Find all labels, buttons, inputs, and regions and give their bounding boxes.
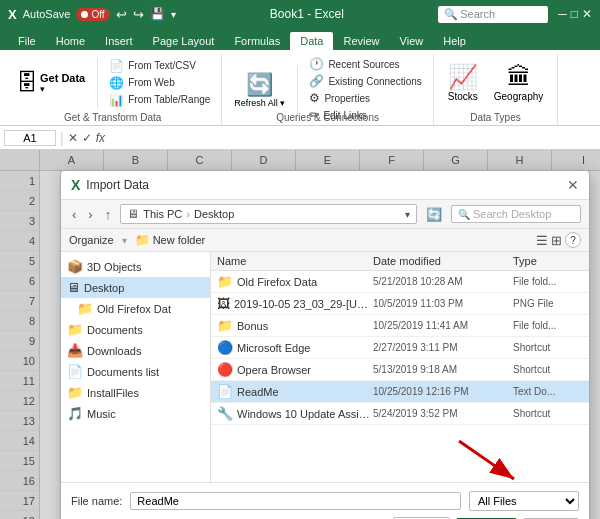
filename-input[interactable]: [130, 492, 461, 510]
new-folder-button[interactable]: 📁 New folder: [135, 233, 206, 247]
bonus-type: File fold...: [513, 320, 583, 331]
up-button[interactable]: ↑: [102, 206, 115, 223]
toggle-dot: [81, 11, 88, 18]
ribbon: 🗄 Get Data ▾ 📄 From Text/CSV 🌐 From Web: [0, 50, 600, 126]
get-data-button[interactable]: 🗄 Get Data ▾: [12, 68, 89, 98]
refresh-icon: 🔄: [246, 72, 273, 98]
geography-button[interactable]: 🏛 Geography: [488, 61, 549, 104]
dialog-bottom: File name: All Files Text Files CSV File…: [61, 482, 589, 519]
file-row-opera[interactable]: 🔴 Opera Browser 5/13/2019 9:18 AM Shortc…: [211, 359, 589, 381]
undo-icon[interactable]: ↩: [116, 7, 127, 22]
cancel-formula-icon[interactable]: ✕: [68, 131, 78, 145]
opera-name: Opera Browser: [237, 364, 373, 376]
tree-item-music-label: Music: [87, 408, 116, 420]
file-row-pdf[interactable]: 🖼 2019-10-05 23_03_29-[Untitled].pdf7.pd…: [211, 293, 589, 315]
dialog-overlay: X Import Data ✕ ‹ › ↑ 🖥 This PC › Deskto…: [0, 150, 600, 519]
col-date-header[interactable]: Date modified: [373, 255, 513, 267]
tree-item-desktop[interactable]: 🖥 Desktop: [61, 277, 210, 298]
stocks-label: Stocks: [448, 91, 478, 102]
formula-icons: ✕ ✓ fx: [68, 131, 105, 145]
spreadsheet: A B C D E F G H I J K 1 2 3 4 5 6 7 8 9 …: [0, 150, 600, 519]
table-icon: 📊: [109, 93, 124, 107]
tree-item-installfiles[interactable]: 📁 InstallFiles: [61, 382, 210, 403]
existing-connections-button[interactable]: 🔗 Existing Connections: [306, 73, 424, 89]
tab-view[interactable]: View: [390, 32, 434, 50]
tree-item-documents[interactable]: 📁 Documents: [61, 319, 210, 340]
music-icon: 🎵: [67, 406, 83, 421]
refresh-location-button[interactable]: 🔄: [423, 206, 445, 223]
tree-item-documents-list[interactable]: 📄 Documents list: [61, 361, 210, 382]
get-data-label: Get Data: [40, 72, 85, 84]
col-name-header[interactable]: Name: [217, 255, 373, 267]
tab-formulas[interactable]: Formulas: [224, 32, 290, 50]
customize-icon[interactable]: ▾: [171, 9, 176, 20]
help-button[interactable]: ?: [565, 232, 581, 248]
opera-icon: 🔴: [217, 362, 233, 377]
formula-separator: |: [60, 130, 64, 146]
filetype-select[interactable]: All Files Text Files CSV Files: [469, 491, 579, 511]
minimize-icon[interactable]: ─: [558, 7, 567, 21]
close-icon[interactable]: ✕: [582, 7, 592, 21]
downloads-icon: 📥: [67, 343, 83, 358]
save-icon[interactable]: 💾: [150, 7, 165, 21]
filename-label: File name:: [71, 495, 122, 507]
stocks-icon: 📈: [448, 63, 478, 91]
file-row-readme[interactable]: 📄 ReadMe 10/25/2019 12:16 PM Text Do...: [211, 381, 589, 403]
tab-review[interactable]: Review: [333, 32, 389, 50]
cell-reference[interactable]: [4, 130, 56, 146]
redo-icon[interactable]: ↪: [133, 7, 144, 22]
readme-date: 10/25/2019 12:16 PM: [373, 386, 513, 397]
autosave-toggle[interactable]: Off: [76, 8, 109, 21]
tree-item-music[interactable]: 🎵 Music: [61, 403, 210, 424]
from-table-button[interactable]: 📊 From Table/Range: [106, 92, 213, 108]
file-row-win10-update[interactable]: 🔧 Windows 10 Update Assistant 5/24/2019 …: [211, 403, 589, 425]
stocks-button[interactable]: 📈 Stocks: [442, 61, 484, 104]
dialog-search-box[interactable]: 🔍 Search Desktop: [451, 205, 581, 223]
autosave-label: AutoSave: [23, 8, 71, 20]
tab-insert[interactable]: Insert: [95, 32, 143, 50]
tree-item-old-firefox[interactable]: 📁 Old Firefox Dat: [61, 298, 210, 319]
search-box[interactable]: 🔍 Search: [438, 6, 548, 23]
breadcrumb-dropdown-icon[interactable]: ▾: [405, 209, 410, 220]
file-row-ms-edge[interactable]: 🔵 Microsoft Edge 2/27/2019 3:11 PM Short…: [211, 337, 589, 359]
old-firefox-data-icon: 📁: [217, 274, 233, 289]
from-web-button[interactable]: 🌐 From Web: [106, 75, 213, 91]
installfiles-icon: 📁: [67, 385, 83, 400]
geography-label: Geography: [494, 91, 543, 102]
tab-page-layout[interactable]: Page Layout: [143, 32, 225, 50]
tab-help[interactable]: Help: [433, 32, 476, 50]
refresh-all-button[interactable]: 🔄 Refresh All ▾: [230, 70, 289, 110]
col-type-header[interactable]: Type: [513, 255, 583, 267]
3dobjects-icon: 📦: [67, 259, 83, 274]
group-get-transform: 🗄 Get Data ▾ 📄 From Text/CSV 🌐 From Web: [4, 54, 222, 125]
tab-home[interactable]: Home: [46, 32, 95, 50]
dialog-close-button[interactable]: ✕: [567, 177, 579, 193]
win10-update-icon: 🔧: [217, 406, 233, 421]
properties-button[interactable]: ⚙ Properties: [306, 90, 424, 106]
file-row-old-firefox[interactable]: 📁 Old Firefox Data 5/21/2018 10:28 AM Fi…: [211, 271, 589, 293]
tab-data[interactable]: Data: [290, 32, 333, 50]
back-button[interactable]: ‹: [69, 206, 79, 223]
toggle-state: Off: [91, 9, 104, 20]
confirm-formula-icon[interactable]: ✓: [82, 131, 92, 145]
restore-icon[interactable]: □: [571, 7, 578, 21]
organize-button[interactable]: Organize: [69, 234, 114, 246]
breadcrumb-this-pc: This PC: [143, 208, 182, 220]
readme-icon: 📄: [217, 384, 233, 399]
tree-item-3dobjects[interactable]: 📦 3D Objects: [61, 256, 210, 277]
from-text-csv-button[interactable]: 📄 From Text/CSV: [106, 58, 213, 74]
insert-function-icon[interactable]: fx: [96, 131, 105, 145]
view-details-icon[interactable]: ⊞: [551, 233, 562, 248]
filename-row: File name: All Files Text Files CSV File…: [71, 491, 579, 511]
tree-item-desktop-label: Desktop: [84, 282, 124, 294]
recent-sources-button[interactable]: 🕐 Recent Sources: [306, 56, 424, 72]
refresh-all-label: Refresh All ▾: [234, 98, 285, 108]
forward-button[interactable]: ›: [85, 206, 95, 223]
view-list-icon[interactable]: ☰: [536, 233, 548, 248]
dialog-search-icon: 🔍: [458, 209, 470, 220]
tab-file[interactable]: File: [8, 32, 46, 50]
tree-item-downloads[interactable]: 📥 Downloads: [61, 340, 210, 361]
organize-dropdown[interactable]: ▾: [122, 235, 127, 246]
breadcrumb[interactable]: 🖥 This PC › Desktop ▾: [120, 204, 417, 224]
file-row-bonus[interactable]: 📁 Bonus 10/25/2019 11:41 AM File fold...: [211, 315, 589, 337]
